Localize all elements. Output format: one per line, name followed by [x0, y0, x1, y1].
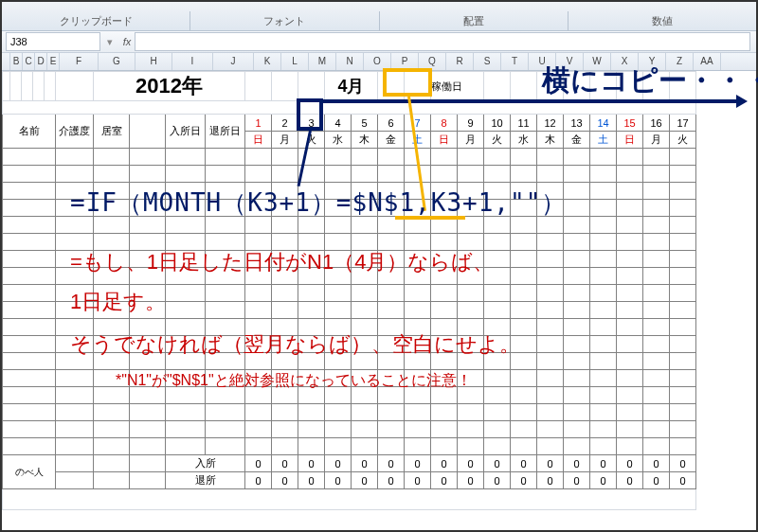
annotation-note: *"N1"が"$N$1"と絶対参照になっていることに注意！ [116, 371, 472, 391]
ribbon-groups: クリップボード フォント 配置 数値 [2, 2, 756, 31]
annotation-desc-3: そうでなければ（翌月ならば）、空白にせよ。 [70, 328, 520, 360]
namebox-dropdown-icon[interactable]: ▾ [100, 36, 119, 48]
month-cell: 4月 [325, 72, 378, 101]
ribbon-group-clipboard: クリップボード [2, 14, 190, 30]
annotation-month-highlight [383, 68, 432, 97]
nobe-label: のべ人 [3, 455, 56, 489]
annotation-desc-2: 1日足す。 [70, 286, 166, 317]
hdr-in: 入所日 [166, 115, 206, 149]
hdr-unit: 居室 [94, 115, 130, 149]
year-title: 2012年 [94, 72, 245, 101]
ribbon-group-align: 配置 [380, 14, 568, 30]
annotation-cell-highlight [297, 98, 323, 131]
name-box[interactable]: J38 [6, 32, 100, 51]
annotation-desc-1: =もし、1日足した日付がN1（4月）ならば、 [70, 246, 494, 277]
row-in-label: 入所 [166, 455, 245, 472]
row-out-label: 退所 [166, 472, 245, 489]
annotation-copy-text: 横にコピー・・・ [542, 62, 758, 100]
hdr-out: 退所日 [206, 115, 245, 149]
hdr-care: 介護度 [56, 115, 94, 149]
worksheet[interactable]: BC DE FG HI J KL MN OP QR ST UV WX YZ AA… [2, 53, 756, 510]
ribbon-group-font: フォント [190, 14, 378, 30]
fx-icon[interactable]: fx [119, 36, 135, 47]
hdr-name: 名前 [3, 115, 56, 149]
formula-bar-input[interactable] [135, 32, 750, 51]
ribbon-group-number: 数値 [568, 14, 756, 30]
kadou-label: 稼働日 [431, 72, 484, 101]
annotation-formula: =IF（MONTH（K3+1）=$N$1,K3+1,""） [70, 186, 567, 220]
